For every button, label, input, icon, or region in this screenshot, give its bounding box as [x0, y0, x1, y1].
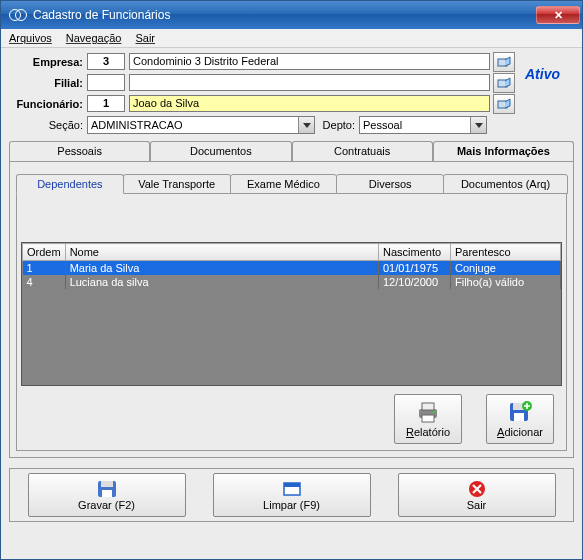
depto-select[interactable]: Pessoal — [359, 116, 487, 134]
chevron-down-icon — [298, 117, 314, 133]
svg-rect-5 — [422, 415, 434, 422]
empresa-label: Empresa: — [9, 56, 87, 68]
filial-name[interactable] — [129, 74, 490, 91]
funcionario-number[interactable]: 1 — [87, 95, 125, 112]
tab-diversos[interactable]: Diversos — [336, 174, 444, 194]
funcionario-label: Funcionário: — [9, 98, 87, 110]
secao-label: Seção: — [9, 119, 87, 131]
menu-navegacao[interactable]: Navegação — [66, 32, 122, 44]
relatorio-label: Relatório — [406, 426, 450, 438]
titlebar[interactable]: Cadastro de Funcionários ✕ — [1, 1, 582, 29]
app-window: Cadastro de Funcionários ✕ Arquivos Nave… — [0, 0, 583, 560]
dependentes-grid[interactable]: Ordem Nome Nascimento Parentesco 1 Maria… — [21, 242, 562, 386]
svg-rect-12 — [101, 481, 113, 487]
tab-vale-transporte[interactable]: Vale Transporte — [123, 174, 231, 194]
outer-tab-strip: Pessoais Documentos Contratuais Mais Inf… — [9, 141, 574, 161]
tab-mais-informacoes[interactable]: Mais Informações — [433, 141, 574, 161]
menubar: Arquivos Navegação Sair — [1, 29, 582, 48]
relatorio-button[interactable]: Relatório — [394, 394, 462, 444]
menu-sair[interactable]: Sair — [135, 32, 155, 44]
svg-point-6 — [433, 411, 436, 414]
save-add-icon — [507, 400, 533, 424]
table-row[interactable]: 4 Luciana da silva 12/10/2000 Filho(a) v… — [23, 275, 561, 289]
tab-dependentes[interactable]: Dependentes — [16, 174, 124, 194]
filial-lookup-button[interactable] — [493, 73, 515, 93]
tab-pessoais[interactable]: Pessoais — [9, 141, 150, 161]
cell-nascimento: 01/01/1975 — [379, 261, 451, 276]
sair-label: Sair — [467, 499, 487, 511]
col-header-nascimento[interactable]: Nascimento — [379, 244, 451, 261]
col-header-parentesco[interactable]: Parentesco — [451, 244, 561, 261]
status-label: Ativo — [515, 52, 574, 82]
funcionario-name[interactable]: Joao da Silva — [129, 95, 490, 112]
app-icon — [9, 6, 27, 24]
sair-button[interactable]: Sair — [398, 473, 556, 517]
adicionar-button[interactable]: Adicionar — [486, 394, 554, 444]
cell-nome: Maria da Silva — [65, 261, 378, 276]
outer-tab-panel: Dependentes Vale Transporte Exame Médico… — [9, 161, 574, 458]
secao-value: ADMINISTRACAO — [91, 119, 183, 131]
empresa-name[interactable]: Condominio 3 Distrito Federal — [129, 53, 490, 70]
cell-nome: Luciana da silva — [65, 275, 378, 289]
inner-tab-strip: Dependentes Vale Transporte Exame Médico… — [16, 174, 567, 194]
gravar-label: Gravar (F2) — [78, 499, 135, 511]
col-header-ordem[interactable]: Ordem — [23, 244, 66, 261]
depto-value: Pessoal — [363, 119, 402, 131]
svg-rect-13 — [102, 490, 112, 497]
gravar-button[interactable]: Gravar (F2) — [28, 473, 186, 517]
cell-ordem: 4 — [23, 275, 66, 289]
table-row[interactable]: 1 Maria da Silva 01/01/1975 Conjuge — [23, 261, 561, 276]
lookup-icon — [497, 98, 511, 110]
save-icon — [96, 479, 118, 499]
lookup-icon — [497, 77, 511, 89]
header-form: Empresa: 3 Condominio 3 Distrito Federal… — [1, 48, 582, 137]
cell-nascimento: 12/10/2000 — [379, 275, 451, 289]
exit-icon — [466, 479, 488, 499]
empresa-lookup-button[interactable] — [493, 52, 515, 72]
cell-parentesco: Filho(a) válido — [451, 275, 561, 289]
depto-label: Depto: — [315, 119, 359, 131]
empresa-number[interactable]: 3 — [87, 53, 125, 70]
window-title: Cadastro de Funcionários — [33, 8, 536, 22]
svg-rect-4 — [422, 403, 434, 410]
menu-arquivos[interactable]: Arquivos — [9, 32, 52, 44]
filial-label: Filial: — [9, 77, 87, 89]
funcionario-lookup-button[interactable] — [493, 94, 515, 114]
svg-rect-15 — [284, 483, 300, 487]
tab-documentos[interactable]: Documentos — [150, 141, 291, 161]
tab-contratuais[interactable]: Contratuais — [292, 141, 433, 161]
tab-exame-medico[interactable]: Exame Médico — [230, 174, 338, 194]
clear-icon — [281, 479, 303, 499]
svg-rect-9 — [514, 413, 524, 421]
col-header-nome[interactable]: Nome — [65, 244, 378, 261]
lookup-icon — [497, 56, 511, 68]
cell-ordem: 1 — [23, 261, 66, 276]
secao-select[interactable]: ADMINISTRACAO — [87, 116, 315, 134]
bottom-bar: Gravar (F2) Limpar (F9) Sair — [9, 468, 574, 522]
limpar-label: Limpar (F9) — [263, 499, 320, 511]
close-button[interactable]: ✕ — [536, 6, 580, 24]
printer-icon — [415, 400, 441, 424]
cell-parentesco: Conjuge — [451, 261, 561, 276]
tab-documentos-arq[interactable]: Documentos (Arq) — [443, 174, 568, 194]
adicionar-label: Adicionar — [497, 426, 543, 438]
limpar-button[interactable]: Limpar (F9) — [213, 473, 371, 517]
dependentes-panel: Ordem Nome Nascimento Parentesco 1 Maria… — [16, 193, 567, 451]
filial-number[interactable] — [87, 74, 125, 91]
chevron-down-icon — [470, 117, 486, 133]
